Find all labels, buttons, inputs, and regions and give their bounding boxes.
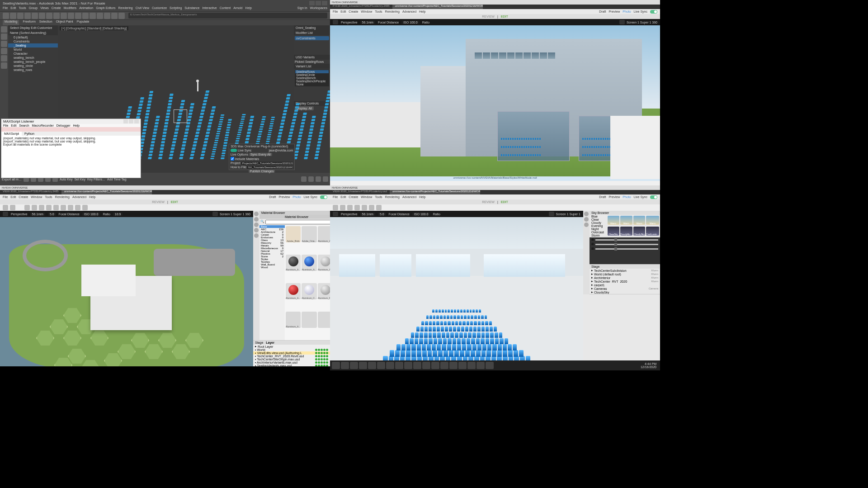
project-path[interactable]: Projects/AEC_Tutorials/Sessions/20201216… <box>241 162 293 165</box>
livesync-toggle[interactable] <box>650 195 657 199</box>
motion-panel-icon[interactable] <box>1 48 7 54</box>
mode-photo[interactable]: Photo <box>292 195 301 199</box>
bucket-icon[interactable] <box>254 223 259 227</box>
mode-preview[interactable]: Preview <box>609 10 620 13</box>
ov-menu-advanced[interactable]: Advanced <box>402 10 416 13</box>
material-swatch[interactable] <box>318 312 330 328</box>
move-icon[interactable] <box>39 13 45 19</box>
viewport-label[interactable]: [+] [Orthographic] [Standard] [Default S… <box>60 26 128 30</box>
material-swatch[interactable]: Aluminum_P… <box>318 283 330 299</box>
outliner-item[interactable]: _Seating <box>8 43 58 47</box>
ov-menu-create[interactable]: Create <box>19 195 28 199</box>
taskbar-app[interactable] <box>377 362 385 369</box>
ov-bl-tab-1[interactable]: VIEW 2020_1/masters-P7281/P1cale/cry.248… <box>0 190 61 194</box>
include-materials-checkbox[interactable] <box>231 157 234 161</box>
pan-icon[interactable] <box>308 176 314 182</box>
listener-minimize[interactable] <box>123 119 128 123</box>
ov-bl-tab-2[interactable]: omniverse://ov-content/Projects/AEC_Tuto… <box>61 190 152 194</box>
omniverse-plugin-panel[interactable]: 3DS Max Omniverse Plug-in (connected) Li… <box>229 144 295 170</box>
material-search-input[interactable] <box>265 220 330 224</box>
mode-draft[interactable]: Draft <box>599 195 606 199</box>
menu-substance[interactable]: Substance <box>184 6 199 11</box>
redo-icon[interactable] <box>10 13 16 19</box>
mode-draft[interactable]: Draft <box>269 195 276 199</box>
ov-menu-advanced[interactable]: Advanced <box>402 195 416 199</box>
ov-tr-tab-2[interactable]: omniverse://ov-content/Projects/AEC_Tuto… <box>392 5 483 9</box>
menu-tools[interactable]: Tools <box>19 6 26 11</box>
mode-photo[interactable]: Photo <box>623 195 631 199</box>
camera-icon[interactable] <box>333 20 338 24</box>
focal-length[interactable]: 56.1mm <box>360 213 375 216</box>
ribbon-modeling[interactable]: Modeling <box>3 20 19 25</box>
taskbar-app[interactable] <box>431 362 439 369</box>
signin-button[interactable]: Sign In <box>297 6 307 11</box>
se-customize[interactable]: Customize <box>37 26 52 29</box>
sun-icon[interactable] <box>376 205 382 210</box>
modifier-list-label[interactable]: Modifier List <box>294 30 330 35</box>
hierarchy-panel-icon[interactable] <box>1 41 7 47</box>
screen-label[interactable]: Screen 1 Super 1 360 <box>220 213 250 216</box>
light-icon[interactable] <box>82 205 88 210</box>
slider-2[interactable] <box>595 244 658 245</box>
mode-photo[interactable]: Photo <box>623 10 631 13</box>
material-grid[interactable]: Adobe_BrickAdobe_Octa…Aluminum_A…Aluminu… <box>285 225 330 340</box>
task-view-icon[interactable] <box>350 362 358 369</box>
listener-menu-help[interactable]: Help <box>73 124 80 127</box>
ov-menu-file[interactable]: File <box>333 195 338 199</box>
render-setup-icon[interactable] <box>111 13 118 19</box>
camera-icon[interactable] <box>3 212 8 216</box>
mode-preview[interactable]: Preview <box>278 195 290 199</box>
maximize-viewport-icon[interactable] <box>323 176 328 182</box>
link-icon[interactable] <box>17 13 24 19</box>
create-panel-icon[interactable] <box>1 26 7 33</box>
capture-icon[interactable] <box>549 212 554 216</box>
menu-grapheditors[interactable]: Graph Editors <box>96 6 115 11</box>
sky-thumbnail[interactable]: Warm <box>646 216 659 225</box>
sky-category[interactable]: Cloudy <box>590 221 607 224</box>
layer-row[interactable]: ▪ SeatingVariants.max.usd <box>253 364 330 366</box>
ov-menu-help[interactable]: Help <box>419 10 425 13</box>
scale-icon[interactable] <box>53 13 60 19</box>
sky-category[interactable]: Storm <box>590 234 607 237</box>
sky-thumbnails[interactable]: WarmWarmWarmWarmClearSkyCloudyMo…CloudyS… <box>607 215 660 237</box>
listener-menu-debug[interactable]: Debugger <box>57 124 71 127</box>
taskbar-app[interactable] <box>440 362 448 369</box>
ov-bl-viewport[interactable] <box>0 217 253 366</box>
snap-tool-icon[interactable] <box>53 205 59 210</box>
taskbar-app[interactable] <box>368 362 376 369</box>
material-swatch[interactable]: Aluminum_A… <box>286 255 301 271</box>
workspaces-button[interactable]: Workspaces <box>310 6 327 11</box>
publish-button[interactable]: Publish Changes <box>249 170 275 173</box>
taskbar-app[interactable] <box>386 362 394 369</box>
mode-preview[interactable]: Preview <box>609 195 620 199</box>
sky-thumbnail[interactable]: Warm <box>620 216 633 225</box>
outliner-item[interactable]: Character <box>8 52 58 56</box>
stage-item[interactable]: ▸CloudySky <box>590 290 660 294</box>
ov-menu-create[interactable]: Create <box>349 195 358 199</box>
undo-icon[interactable] <box>3 13 9 19</box>
sky-category[interactable]: Evening <box>590 224 607 227</box>
sky-category[interactable]: Overcast <box>590 231 607 234</box>
scale-tool-icon[interactable] <box>46 205 52 210</box>
live-options-value[interactable]: Sync Every All <box>249 153 272 156</box>
measure-icon[interactable] <box>61 205 66 210</box>
eraser-icon[interactable] <box>254 228 259 232</box>
menu-group[interactable]: Group <box>29 6 38 11</box>
menu-help[interactable]: Help <box>245 6 251 11</box>
open-icon[interactable] <box>333 205 338 210</box>
snap-icon[interactable] <box>61 13 67 19</box>
ribbon-objectpaint[interactable]: Object Paint <box>56 20 73 25</box>
outliner-item[interactable]: seating_circle <box>8 64 58 68</box>
variant-item[interactable]: SeatingBenchPeople <box>295 80 329 83</box>
display-panel-icon[interactable] <box>1 55 7 62</box>
mode-edit[interactable]: EDIT <box>501 15 508 18</box>
ov-menu-tools[interactable]: Tools <box>45 195 52 199</box>
minimize-button[interactable] <box>309 1 315 5</box>
livesync-toggle[interactable] <box>320 195 327 199</box>
listener-menu-macro[interactable]: MacroRecorder <box>32 124 54 127</box>
menu-rendering[interactable]: Rendering <box>118 6 132 11</box>
eyedropper-icon[interactable] <box>584 217 589 222</box>
utilities-panel-icon[interactable] <box>1 62 7 69</box>
scale-tool-icon[interactable] <box>369 205 374 210</box>
outliner-item[interactable]: Constraints <box>8 39 58 43</box>
